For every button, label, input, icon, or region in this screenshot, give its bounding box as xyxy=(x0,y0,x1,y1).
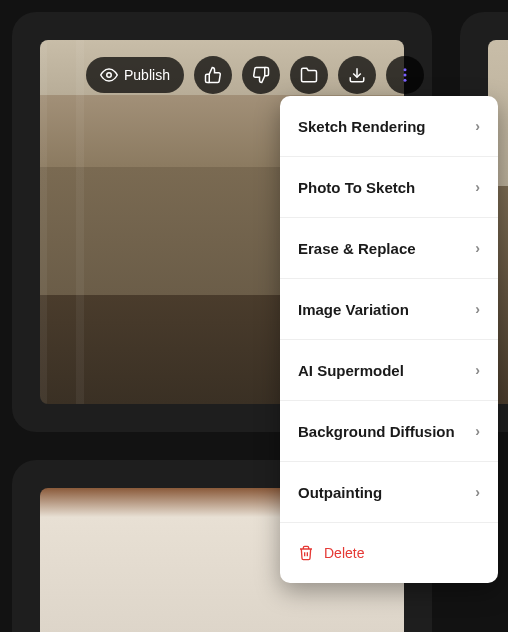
context-menu: Sketch Rendering › Photo To Sketch › Era… xyxy=(280,96,498,583)
menu-item-label: AI Supermodel xyxy=(298,362,404,379)
eye-icon xyxy=(100,66,118,84)
menu-item-label: Erase & Replace xyxy=(298,240,416,257)
chevron-right-icon: › xyxy=(475,362,480,378)
folder-icon xyxy=(300,66,318,84)
menu-item-label: Image Variation xyxy=(298,301,409,318)
svg-point-0 xyxy=(107,73,112,78)
menu-item-photo-to-sketch[interactable]: Photo To Sketch › xyxy=(280,157,498,218)
thumbs-down-icon xyxy=(252,66,270,84)
download-icon xyxy=(348,66,366,84)
menu-item-delete[interactable]: Delete xyxy=(280,523,498,583)
like-button[interactable] xyxy=(194,56,232,94)
dislike-button[interactable] xyxy=(242,56,280,94)
menu-item-label: Photo To Sketch xyxy=(298,179,415,196)
menu-item-label: Sketch Rendering xyxy=(298,118,426,135)
svg-point-3 xyxy=(403,74,406,77)
delete-label: Delete xyxy=(324,545,364,561)
trash-icon xyxy=(298,545,314,561)
more-vertical-icon xyxy=(396,66,414,84)
chevron-right-icon: › xyxy=(475,484,480,500)
folder-button[interactable] xyxy=(290,56,328,94)
menu-item-outpainting[interactable]: Outpainting › xyxy=(280,462,498,523)
menu-item-ai-supermodel[interactable]: AI Supermodel › xyxy=(280,340,498,401)
menu-item-erase-replace[interactable]: Erase & Replace › xyxy=(280,218,498,279)
chevron-right-icon: › xyxy=(475,423,480,439)
chevron-right-icon: › xyxy=(475,118,480,134)
svg-point-4 xyxy=(403,79,406,82)
thumbs-up-icon xyxy=(204,66,222,84)
svg-point-2 xyxy=(403,68,406,71)
menu-item-label: Outpainting xyxy=(298,484,382,501)
more-options-button[interactable] xyxy=(386,56,424,94)
menu-item-label: Background Diffusion xyxy=(298,423,455,440)
menu-item-sketch-rendering[interactable]: Sketch Rendering › xyxy=(280,96,498,157)
publish-button[interactable]: Publish xyxy=(86,57,184,93)
menu-item-image-variation[interactable]: Image Variation › xyxy=(280,279,498,340)
chevron-right-icon: › xyxy=(475,301,480,317)
download-button[interactable] xyxy=(338,56,376,94)
image-toolbar: Publish xyxy=(86,56,424,94)
chevron-right-icon: › xyxy=(475,240,480,256)
publish-label: Publish xyxy=(124,67,170,83)
chevron-right-icon: › xyxy=(475,179,480,195)
menu-item-background-diffusion[interactable]: Background Diffusion › xyxy=(280,401,498,462)
